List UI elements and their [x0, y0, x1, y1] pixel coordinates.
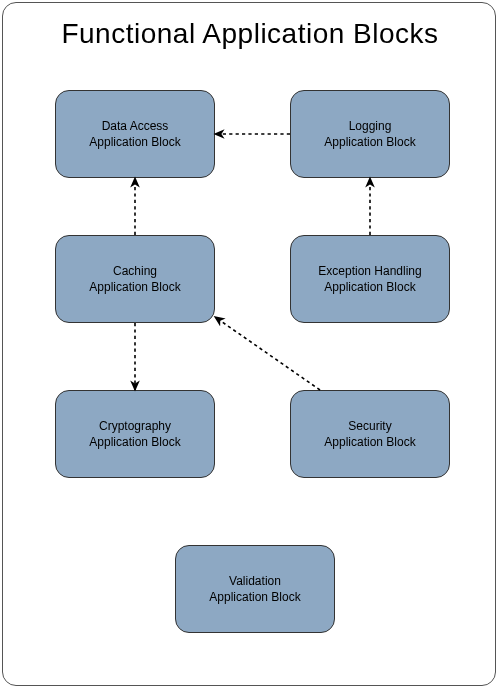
block-line2: Application Block	[324, 134, 415, 150]
block-data-access: Data Access Application Block	[55, 90, 215, 178]
block-line2: Application Block	[89, 434, 180, 450]
block-line1: Data Access	[102, 118, 169, 134]
block-caching: Caching Application Block	[55, 235, 215, 323]
block-line2: Application Block	[89, 134, 180, 150]
block-validation: Validation Application Block	[175, 545, 335, 633]
block-line1: Validation	[229, 573, 281, 589]
diagram-title: Functional Application Blocks	[0, 18, 500, 50]
block-line2: Application Block	[324, 279, 415, 295]
block-cryptography: Cryptography Application Block	[55, 390, 215, 478]
block-line2: Application Block	[209, 589, 300, 605]
block-exception-handling: Exception Handling Application Block	[290, 235, 450, 323]
block-line2: Application Block	[89, 279, 180, 295]
block-line1: Caching	[113, 263, 157, 279]
block-security: Security Application Block	[290, 390, 450, 478]
block-line1: Cryptography	[99, 418, 171, 434]
block-logging: Logging Application Block	[290, 90, 450, 178]
block-line2: Application Block	[324, 434, 415, 450]
block-line1: Security	[348, 418, 391, 434]
block-line1: Exception Handling	[318, 263, 421, 279]
block-line1: Logging	[349, 118, 392, 134]
